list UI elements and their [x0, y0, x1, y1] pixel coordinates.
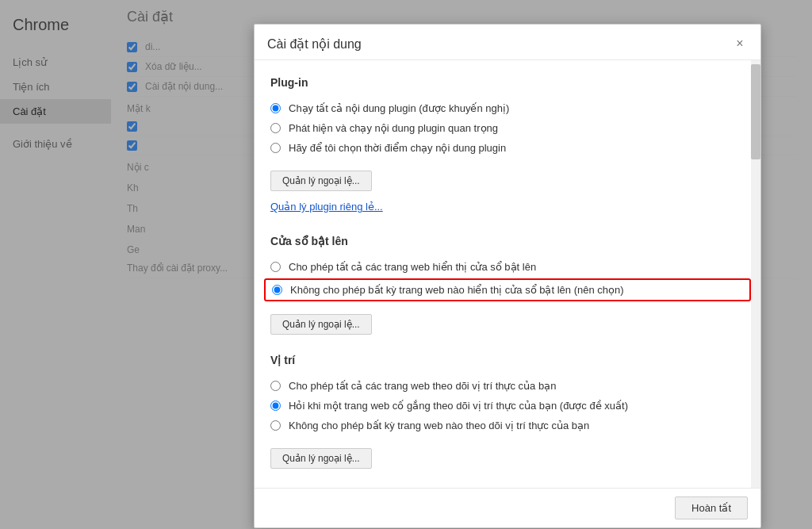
- popup-section-title: Cửa sổ bật lên: [270, 235, 745, 247]
- dialog-body: Plug-in Chạy tất cả nội dung plugin (đượ…: [255, 60, 760, 488]
- plugin-option-all[interactable]: Chạy tất cả nội dung plugin (được khuyến…: [270, 98, 745, 118]
- popup-option-block[interactable]: Không cho phép bất kỳ trang web nào hiển…: [264, 278, 751, 301]
- popup-radio-block[interactable]: [272, 285, 282, 295]
- location-option-ask[interactable]: Hỏi khi một trang web cố gắng theo dõi v…: [270, 396, 745, 416]
- popup-option-block-label: Không cho phép bất kỳ trang web nào hiển…: [290, 284, 624, 296]
- location-radio-group: Cho phép tất cả các trang web theo dõi v…: [270, 376, 745, 435]
- done-button[interactable]: Hoàn tất: [675, 496, 748, 519]
- content-settings-dialog: Cài đặt nội dung × Plug-in Chạy tất cả n…: [254, 24, 761, 528]
- location-radio-block[interactable]: [270, 420, 281, 431]
- close-button[interactable]: ×: [732, 36, 748, 52]
- plugin-option-detect-label: Phát hiện và chạy nội dung plugin quan t…: [289, 122, 498, 134]
- location-option-block[interactable]: Không cho phép bất kỳ trang web nào theo…: [270, 416, 745, 435]
- dialog-title: Cài đặt nội dung: [267, 36, 362, 52]
- popup-radio-group: Cho phép tất cả các trang web hiển thị c…: [270, 257, 745, 301]
- location-option-block-label: Không cho phép bất kỳ trang web nào theo…: [289, 420, 589, 431]
- location-radio-allow[interactable]: [270, 381, 281, 391]
- plugin-radio-all[interactable]: [270, 103, 281, 113]
- plugin-radio-detect[interactable]: [270, 123, 281, 133]
- scrollbar-track[interactable]: [751, 60, 760, 488]
- location-section-title: Vị trí: [270, 354, 745, 366]
- popup-manage-exceptions-button[interactable]: Quản lý ngoại lệ...: [270, 314, 372, 335]
- location-manage-exceptions-button[interactable]: Quản lý ngoại lệ...: [270, 448, 372, 469]
- popup-radio-allow[interactable]: [270, 262, 281, 272]
- plugin-option-detect[interactable]: Phát hiện và chạy nội dung plugin quan t…: [270, 118, 745, 138]
- plugin-option-all-label: Chạy tất cả nội dung plugin (được khuyến…: [289, 102, 509, 114]
- dialog-footer: Hoàn tất: [255, 488, 760, 527]
- plugin-option-ask[interactable]: Hãy để tôi chọn thời điểm chạy nội dung …: [270, 138, 745, 158]
- location-radio-ask[interactable]: [270, 401, 281, 411]
- location-option-allow-label: Cho phép tất cả các trang web theo dõi v…: [289, 380, 556, 392]
- dialog-header: Cài đặt nội dung ×: [255, 25, 760, 60]
- plugin-radio-ask[interactable]: [270, 143, 281, 153]
- plugin-individual-link[interactable]: Quản lý plugin riêng lẻ...: [270, 201, 383, 213]
- popup-option-allow[interactable]: Cho phép tất cả các trang web hiển thị c…: [270, 257, 745, 277]
- popup-option-allow-label: Cho phép tất cả các trang web hiển thị c…: [289, 261, 536, 273]
- plugin-radio-group: Chạy tất cả nội dung plugin (được khuyến…: [270, 98, 745, 158]
- location-option-allow[interactable]: Cho phép tất cả các trang web theo dõi v…: [270, 376, 745, 396]
- plugin-manage-exceptions-button[interactable]: Quản lý ngoại lệ...: [270, 171, 372, 191]
- plugin-option-ask-label: Hãy để tôi chọn thời điểm chạy nội dung …: [289, 142, 506, 154]
- location-option-ask-label: Hỏi khi một trang web cố gắng theo dõi v…: [289, 400, 628, 412]
- plugin-section-title: Plug-in: [270, 76, 745, 89]
- scrollbar-thumb[interactable]: [751, 64, 760, 159]
